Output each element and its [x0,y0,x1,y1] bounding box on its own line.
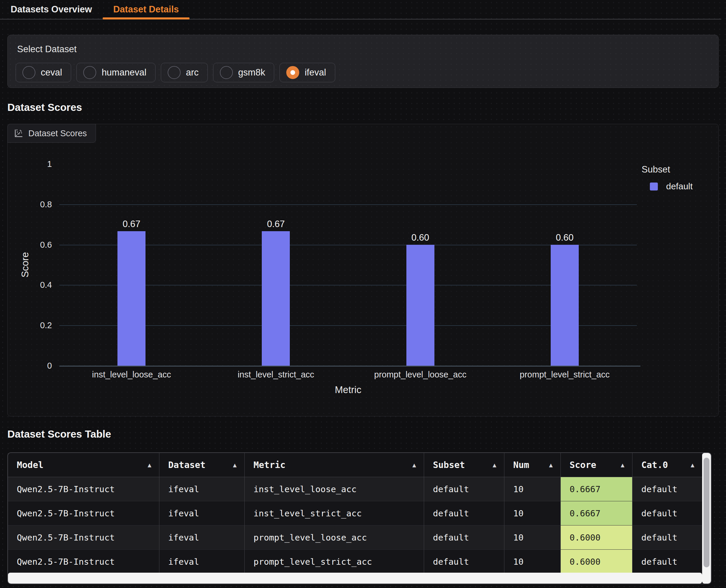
legend-swatch [650,183,658,190]
select-dataset-panel: Select Dataset cevalhumanevalarcgsm8kife… [7,35,719,88]
score-cell: 0.6667 [561,501,632,525]
table-cell: default [632,525,702,550]
bar-prompt_level_strict_acc [551,245,579,366]
radio-circle-icon [286,66,299,79]
y-tick-label: 0 [17,361,52,371]
x-tick-label: inst_level_loose_acc [92,370,171,379]
sort-asc-icon[interactable]: ▲ [147,462,153,468]
vertical-scrollbar[interactable] [702,453,711,584]
column-header-num[interactable]: Num▲ [504,453,561,477]
bar-inst_level_strict_acc [262,231,290,366]
gridline [59,204,637,205]
column-header-label: Metric [254,460,285,470]
gridline [59,245,637,245]
table-cell: 10 [504,477,561,501]
bar-chart: Score Metric Subset default 00.20.40.60.… [8,124,718,416]
column-header-metric[interactable]: Metric▲ [245,453,424,477]
table-cell: default [424,477,504,501]
horizontal-scrollbar[interactable] [8,573,702,584]
column-header-subset[interactable]: Subset▲ [424,453,504,477]
y-tick-label: 1 [17,159,52,169]
table-cell: 10 [504,501,561,525]
y-axis-title: Score [19,252,31,277]
table-cell: Qwen2.5-7B-Instruct [8,550,159,574]
dataset-radio-ceval[interactable]: ceval [16,63,71,82]
table-cell: 10 [504,550,561,574]
table-cell: default [632,477,702,501]
table-header-row: Model▲Dataset▲Metric▲Subset▲Num▲Score▲Ca… [8,453,702,477]
table-cell: prompt_level_loose_acc [245,525,424,550]
score-cell: 0.6000 [561,525,632,550]
sort-asc-icon[interactable]: ▲ [233,462,239,468]
bar-value-label: 0.60 [411,232,429,243]
column-header-label: Cat.0 [641,460,668,470]
table-row: Qwen2.5-7B-Instructifevalprompt_level_lo… [8,525,702,550]
gridline [59,285,637,286]
table-cell: prompt_level_strict_acc [245,550,424,574]
y-tick-label: 0.6 [17,240,52,250]
bar-value-label: 0.67 [122,219,140,229]
sort-asc-icon[interactable]: ▲ [412,462,418,468]
column-header-label: Model [17,460,43,470]
dataset-radio-arc[interactable]: arc [161,63,208,82]
dataset-radio-humaneval[interactable]: humaneval [77,63,156,82]
table-cell: 10 [504,525,561,550]
column-header-label: Subset [433,460,465,470]
table-cell: default [424,550,504,574]
dataset-scores-heading: Dataset Scores [7,101,82,113]
gridline [59,325,637,326]
bar-value-label: 0.67 [267,219,285,229]
dataset-scores-table: Model▲Dataset▲Metric▲Subset▲Num▲Score▲Ca… [7,453,711,584]
table-row: Qwen2.5-7B-Instructifevalinst_level_loos… [8,477,702,501]
tab-dataset-details[interactable]: Dataset Details [103,0,189,19]
bar-inst_level_loose_acc [118,231,145,366]
legend-item-label: default [666,181,693,191]
score-cell: 0.6667 [561,477,632,501]
x-axis-title: Metric [335,384,362,395]
dataset-scores-chart-panel: Dataset Scores Score Metric Subset defau… [7,124,719,416]
sort-asc-icon[interactable]: ▲ [621,462,626,468]
column-header-label: Dataset [168,460,205,470]
chart-legend: Subset default [642,164,693,191]
legend-title: Subset [642,164,693,175]
dataset-radio-ifeval[interactable]: ifeval [280,63,335,82]
y-tick-label: 0.2 [17,320,52,330]
table-cell: inst_level_strict_acc [245,501,424,525]
column-header-model[interactable]: Model▲ [8,453,159,477]
x-tick-label: inst_level_strict_acc [238,370,314,379]
radio-circle-icon [168,66,181,79]
y-tick-label: 0.8 [17,200,52,209]
table-cell: Qwen2.5-7B-Instruct [8,525,159,550]
table-row: Qwen2.5-7B-Instructifevalinst_level_stri… [8,501,702,525]
legend-item-default[interactable]: default [642,181,693,191]
sort-asc-icon[interactable]: ▲ [691,462,696,468]
table-cell: ifeval [159,501,245,525]
radio-circle-icon [22,66,35,79]
top-tab-bar: Datasets Overview Dataset Details [0,0,721,19]
table-row: Qwen2.5-7B-Instructifevalprompt_level_st… [8,550,702,574]
vertical-scrollbar-thumb[interactable] [704,458,709,567]
tab-datasets-overview[interactable]: Datasets Overview [0,0,103,19]
table-cell: Qwen2.5-7B-Instruct [8,501,159,525]
column-header-score[interactable]: Score▲ [561,453,632,477]
dataset-radio-gsm8k[interactable]: gsm8k [213,63,274,82]
score-cell: 0.6000 [561,550,632,574]
dataset-scores-table-heading: Dataset Scores Table [7,428,111,440]
sort-asc-icon[interactable]: ▲ [549,462,554,468]
table-cell: default [632,501,702,525]
column-header-label: Score [570,460,596,470]
select-dataset-label: Select Dataset [17,44,77,55]
column-header-cat-0[interactable]: Cat.0▲ [632,453,702,477]
x-axis-line [59,366,640,366]
radio-label: ceval [41,67,62,78]
column-header-dataset[interactable]: Dataset▲ [159,453,245,477]
sort-asc-icon[interactable]: ▲ [492,462,498,468]
y-tick-label: 0.4 [17,280,52,290]
table-cell: default [632,550,702,574]
radio-label: gsm8k [238,67,265,78]
radio-label: humaneval [102,67,146,78]
radio-label: ifeval [305,67,326,78]
table-cell: ifeval [159,525,245,550]
table-cell: default [424,501,504,525]
table-cell: default [424,525,504,550]
